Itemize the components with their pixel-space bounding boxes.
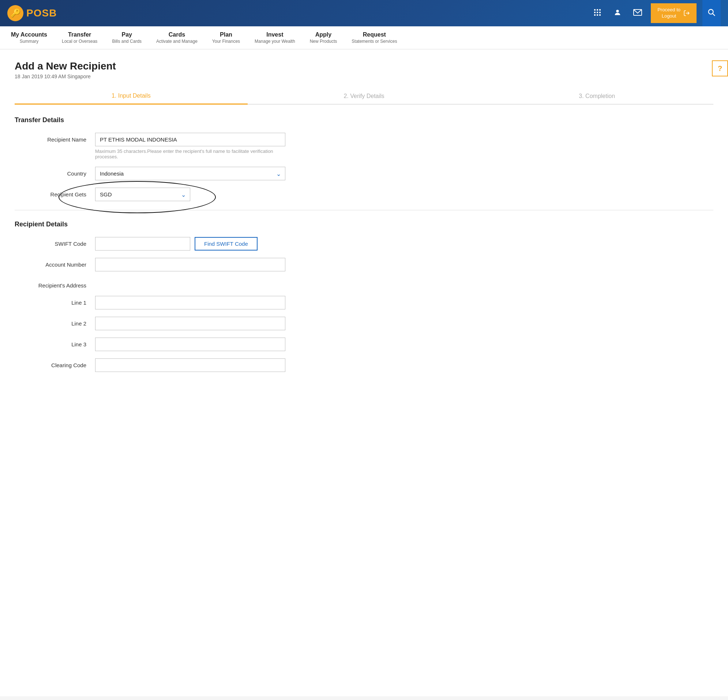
recipient-name-hint: Maximum 35 characters.Please enter the r…: [95, 149, 285, 159]
svg-rect-3: [597, 9, 598, 11]
svg-rect-4: [599, 9, 601, 11]
account-number-control: [95, 258, 285, 271]
recipient-name-row: Recipient Name Maximum 35 characters.Ple…: [14, 133, 714, 159]
svg-rect-8: [594, 14, 595, 16]
address-line2-row: Line 2: [14, 317, 714, 330]
svg-line-15: [713, 13, 715, 16]
mail-icon: [633, 9, 642, 16]
section-divider: [14, 210, 714, 210]
page-title: Add a New Recipient: [14, 60, 714, 72]
nav-item-request[interactable]: Request Statements or Services: [344, 26, 404, 49]
address-line2-input[interactable]: [95, 317, 285, 330]
svg-rect-5: [594, 12, 595, 13]
recipient-name-input[interactable]: [95, 133, 285, 146]
address-line1-label: Line 1: [14, 296, 95, 306]
clearing-code-control: [95, 358, 285, 372]
address-line1-control: [95, 296, 285, 309]
search-button[interactable]: [702, 0, 721, 26]
clearing-code-input[interactable]: [95, 358, 285, 372]
nav-main-apply: Apply: [315, 32, 331, 38]
nav-item-cards[interactable]: Cards Activate and Manage: [149, 26, 205, 49]
mail-icon-button[interactable]: [630, 6, 645, 21]
nav-item-invest[interactable]: Invest Manage your Wealth: [247, 26, 303, 49]
swift-code-input[interactable]: [95, 237, 190, 251]
recipient-name-label: Recipient Name: [14, 133, 95, 143]
address-line3-control: [95, 338, 285, 351]
logout-icon: [683, 10, 690, 16]
svg-point-14: [709, 9, 714, 14]
country-select[interactable]: Indonesia Singapore Malaysia Thailand: [95, 167, 285, 180]
nav-sub-transfer: Local or Overseas: [62, 39, 97, 44]
address-line3-row: Line 3: [14, 338, 714, 351]
country-control: Indonesia Singapore Malaysia Thailand ⌄: [95, 167, 285, 180]
address-line1-input[interactable]: [95, 296, 285, 309]
country-select-wrap: Indonesia Singapore Malaysia Thailand ⌄: [95, 167, 285, 180]
nav-sub-request: Statements or Services: [352, 39, 397, 44]
transfer-details-header: Transfer Details: [14, 116, 714, 124]
swift-code-row: SWIFT Code Find SWIFT Code: [14, 237, 714, 251]
nav-main-cards: Cards: [169, 32, 185, 38]
nav-item-my-accounts[interactable]: My Accounts Summary: [4, 26, 55, 49]
address-line3-input[interactable]: [95, 338, 285, 351]
nav-item-plan[interactable]: Plan Your Finances: [205, 26, 247, 49]
clearing-code-label: Clearing Code: [14, 358, 95, 368]
proceed-logout-button[interactable]: Proceed to Logout: [651, 3, 696, 23]
page-subtitle: 18 Jan 2019 10:49 AM Singapore: [14, 74, 714, 79]
address-line1-row: Line 1: [14, 296, 714, 309]
step-input-details[interactable]: 1. Input Details: [14, 88, 248, 105]
svg-rect-2: [594, 9, 595, 11]
address-line2-control: [95, 317, 285, 330]
svg-rect-10: [599, 14, 601, 16]
recipient-gets-select[interactable]: SGD USD IDR EUR: [95, 188, 190, 201]
swift-code-label: SWIFT Code: [14, 237, 95, 247]
network-icon: [593, 8, 602, 17]
nav-sub-plan: Your Finances: [212, 39, 240, 44]
network-icon-button[interactable]: [590, 5, 605, 22]
svg-rect-9: [597, 14, 598, 16]
svg-rect-6: [597, 12, 598, 13]
nav-item-apply[interactable]: Apply New Products: [303, 26, 345, 49]
address-header-row: Recipient's Address: [14, 279, 714, 289]
swift-code-control: Find SWIFT Code: [95, 237, 285, 251]
account-number-row: Account Number: [14, 258, 714, 271]
svg-point-11: [616, 10, 619, 12]
nav-item-transfer[interactable]: Transfer Local or Overseas: [55, 26, 105, 49]
account-number-label: Account Number: [14, 258, 95, 268]
recipient-gets-select-wrap: SGD USD IDR EUR ⌄: [95, 188, 190, 201]
nav-main-transfer: Transfer: [68, 32, 91, 38]
nav-sub-invest: Manage your Wealth: [255, 39, 295, 44]
user-icon-button[interactable]: [611, 6, 624, 21]
nav-sub-cards: Activate and Manage: [156, 39, 198, 44]
steps-container: 1. Input Details 2. Verify Details 3. Co…: [14, 88, 714, 105]
clearing-code-row: Clearing Code: [14, 358, 714, 372]
recipient-gets-control: SGD USD IDR EUR ⌄: [95, 188, 285, 201]
address-line2-label: Line 2: [14, 317, 95, 326]
svg-rect-7: [599, 12, 601, 13]
step-verify-details[interactable]: 2. Verify Details: [248, 88, 481, 104]
recipient-gets-label: Recipient Gets: [14, 188, 95, 198]
help-button[interactable]: ?: [712, 60, 728, 76]
recipient-name-control: Maximum 35 characters.Please enter the r…: [95, 133, 285, 159]
svg-text:🔑: 🔑: [11, 8, 21, 18]
account-number-input[interactable]: [95, 258, 285, 271]
nav-main-plan: Plan: [220, 32, 232, 38]
nav-item-pay[interactable]: Pay Bills and Cards: [105, 26, 149, 49]
header: 🔑 POSB: [0, 0, 728, 26]
address-label: Recipient's Address: [14, 279, 95, 289]
posb-logo-icon: 🔑: [7, 5, 23, 21]
step-completion[interactable]: 3. Completion: [480, 88, 714, 104]
nav-bar: My Accounts Summary Transfer Local or Ov…: [0, 26, 728, 49]
address-line3-label: Line 3: [14, 338, 95, 348]
nav-sub-pay: Bills and Cards: [112, 39, 142, 44]
proceed-logout-label: Proceed to Logout: [657, 7, 680, 19]
country-row: Country Indonesia Singapore Malaysia Tha…: [14, 167, 714, 180]
country-label: Country: [14, 167, 95, 177]
nav-main-pay: Pay: [121, 32, 132, 38]
nav-main-request: Request: [363, 32, 386, 38]
find-swift-code-button[interactable]: Find SWIFT Code: [195, 237, 257, 251]
nav-main-invest: Invest: [266, 32, 283, 38]
nav-main-my-accounts: My Accounts: [11, 32, 47, 38]
recipient-gets-row: Recipient Gets SGD USD IDR EUR ⌄: [14, 188, 714, 201]
user-icon: [614, 9, 621, 16]
logo-text: POSB: [26, 7, 57, 19]
